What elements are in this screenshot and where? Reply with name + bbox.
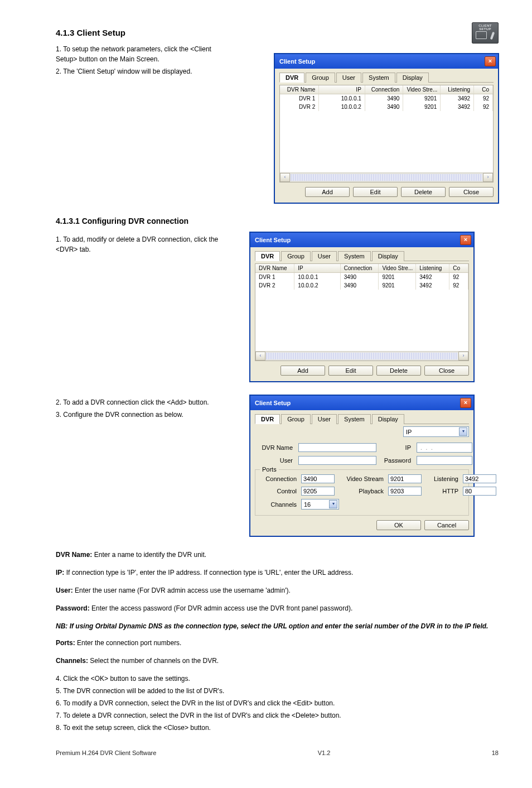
http-port-field[interactable] — [463, 487, 496, 496]
ip-field[interactable]: . . . — [417, 443, 472, 453]
scroll-track[interactable] — [266, 353, 458, 359]
password-field[interactable] — [417, 456, 472, 465]
list-item[interactable]: DVR 1 10.0.0.1 3490 9201 3492 92 — [280, 94, 493, 103]
tab-system[interactable]: System — [338, 414, 371, 424]
playback-port-field[interactable] — [388, 487, 422, 496]
step-text: To modify a DVR connection, select the D… — [63, 699, 335, 707]
col-ip[interactable]: IP — [294, 264, 340, 272]
dialog-title: Client Setup — [279, 58, 315, 65]
col-listening[interactable]: Listening — [416, 264, 449, 272]
dvr-list[interactable]: DVR Name IP Connection Video Stre... Lis… — [255, 263, 469, 361]
user-field[interactable] — [298, 456, 376, 465]
cell-co: 92 — [474, 103, 493, 111]
listening-port-field[interactable] — [463, 474, 496, 483]
cell-conn: 3490 — [341, 281, 379, 290]
delete-button[interactable]: Delete — [401, 187, 446, 197]
dvr-list[interactable]: DVR Name IP Connection Video Stre... Lis… — [279, 85, 494, 182]
list-item[interactable]: DVR 2 10.0.0.2 3490 9201 3492 92 — [280, 103, 493, 111]
step-num: 1. — [56, 45, 61, 53]
step-3: 3. Configure the DVR connection as below… — [56, 410, 234, 420]
close-icon[interactable]: × — [485, 56, 496, 66]
tab-dvr[interactable]: DVR — [255, 251, 280, 261]
tab-group[interactable]: Group — [281, 414, 311, 424]
tab-dvr[interactable]: DVR — [279, 73, 304, 83]
col-dvr-name[interactable]: DVR Name — [280, 85, 319, 94]
video-stream-port-field[interactable] — [388, 474, 422, 483]
list-header: DVR Name IP Connection Video Stre... Lis… — [255, 264, 468, 273]
footer-doc-title: Premium H.264 DVR Client Software — [56, 749, 156, 756]
connection-port-field[interactable] — [301, 474, 335, 483]
scroll-right-icon[interactable]: › — [458, 352, 468, 361]
step-text: Configure the DVR connection as below. — [63, 411, 183, 419]
col-connection[interactable]: Connection — [365, 85, 404, 94]
tab-display[interactable]: Display — [372, 414, 404, 424]
close-button[interactable]: Close — [449, 187, 494, 197]
ports-legend: Ports — [260, 466, 279, 473]
scroll-track[interactable] — [291, 174, 482, 181]
step-text: Click the <OK> button to save the settin… — [63, 675, 190, 683]
client-setup-icon-label: CLIENT SETUP — [472, 24, 498, 31]
dvr-name-field[interactable] — [298, 443, 376, 452]
col-control[interactable]: Co — [449, 264, 468, 272]
list-item[interactable]: DVR 2 10.0.0.2 3490 9201 3492 92 — [255, 281, 468, 290]
scroll-left-icon[interactable]: ‹ — [280, 173, 290, 182]
select-value: 16 — [304, 501, 311, 508]
col-video-stream[interactable]: Video Stre... — [379, 264, 416, 272]
cell-lis: 3492 — [441, 94, 474, 103]
horizontal-scrollbar[interactable]: ‹ › — [280, 172, 493, 182]
control-port-label: Control — [260, 488, 298, 494]
tab-user[interactable]: User — [312, 414, 337, 424]
cell-lis: 3492 — [441, 103, 474, 111]
close-icon[interactable]: × — [460, 398, 471, 408]
control-port-field[interactable] — [301, 487, 335, 496]
ok-button[interactable]: OK — [376, 520, 421, 530]
col-control[interactable]: Co — [474, 85, 493, 94]
cell-name: DVR 2 — [280, 103, 319, 111]
definition: DVR Name: Enter a name to identify the D… — [56, 550, 499, 560]
cell-conn: 3490 — [365, 94, 404, 103]
channels-select[interactable]: 16 ▾ — [301, 499, 339, 510]
tab-group[interactable]: Group — [281, 251, 311, 261]
col-listening[interactable]: Listening — [441, 85, 474, 94]
dialog-title: Client Setup — [255, 400, 291, 406]
video-stream-port-label: Video Stream — [338, 475, 385, 482]
cancel-button[interactable]: Cancel — [424, 520, 469, 530]
definition: Password: Enter the access password (For… — [56, 603, 499, 613]
scroll-left-icon[interactable]: ‹ — [255, 352, 265, 361]
channels-label: Channels — [260, 501, 298, 508]
tab-display[interactable]: Display — [396, 73, 429, 83]
edit-button[interactable]: Edit — [353, 187, 398, 197]
col-connection[interactable]: Connection — [341, 264, 379, 272]
delete-button[interactable]: Delete — [376, 366, 421, 376]
step-2: 2. The 'Client Setup' window will be dis… — [56, 66, 233, 76]
select-value: IP — [406, 429, 412, 435]
edit-button[interactable]: Edit — [328, 366, 373, 376]
add-button[interactable]: Add — [280, 366, 325, 376]
col-dvr-name[interactable]: DVR Name — [255, 264, 294, 272]
tab-user[interactable]: User — [336, 73, 361, 83]
col-ip[interactable]: IP — [319, 85, 365, 94]
cell-ip: 10.0.0.2 — [294, 281, 340, 290]
tab-system[interactable]: System — [338, 251, 371, 261]
tab-system[interactable]: System — [362, 73, 395, 83]
horizontal-scrollbar[interactable]: ‹ › — [255, 351, 468, 361]
step-text: The 'Client Setup' window will be displa… — [63, 68, 192, 75]
tab-dvr[interactable]: DVR — [255, 414, 280, 424]
add-button[interactable]: Add — [305, 187, 350, 197]
tab-user[interactable]: User — [312, 251, 337, 261]
close-button[interactable]: Close — [424, 366, 469, 376]
connection-type-select[interactable]: IP ▾ — [403, 426, 469, 437]
chevron-down-icon: ▾ — [329, 500, 337, 508]
step-text: To delete a DVR connection, select the D… — [63, 712, 341, 719]
step-5: 5. The DVR connection will be added to t… — [56, 686, 499, 696]
close-icon[interactable]: × — [460, 235, 471, 245]
col-video-stream[interactable]: Video Stre... — [403, 85, 441, 94]
tab-strip: DVR Group User System Display — [255, 414, 469, 424]
tab-display[interactable]: Display — [372, 251, 404, 261]
wrench-icon — [490, 32, 495, 40]
tab-group[interactable]: Group — [306, 73, 335, 83]
listening-port-label: Listening — [425, 475, 460, 482]
list-item[interactable]: DVR 1 10.0.0.1 3490 9201 3492 92 — [255, 273, 468, 281]
scroll-right-icon[interactable]: › — [483, 173, 493, 182]
cell-co: 92 — [449, 281, 468, 290]
